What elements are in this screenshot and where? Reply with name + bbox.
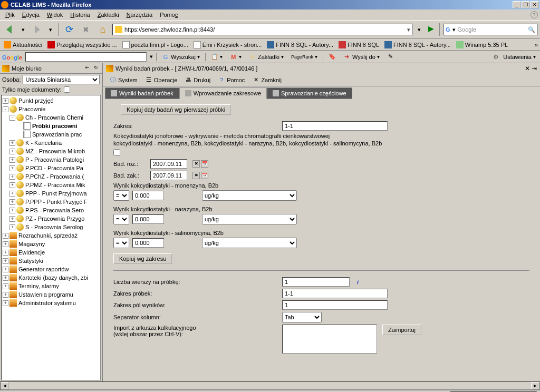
tree-toggle-icon[interactable]: - <box>3 106 8 112</box>
tree-toggle-icon[interactable]: + <box>3 241 8 247</box>
tree-item[interactable]: Sprawozdania prac <box>3 130 99 139</box>
content-expand-button[interactable]: ⇥ <box>532 65 537 72</box>
google-news-button[interactable]: 📋▾ <box>209 53 225 61</box>
import-textarea[interactable] <box>282 325 377 354</box>
search-magnify-icon[interactable]: 🔍 <box>528 26 535 33</box>
google-wyszukaj-button[interactable]: GWyszukaj ▾ <box>160 53 202 61</box>
tree-item[interactable]: +P.PMŻ - Pracownia Mik <box>3 181 99 189</box>
url-bar[interactable]: https://serwer.zhwlodz.finn.pl:8443/ ▾ <box>112 24 413 35</box>
google-highlight-button[interactable]: ✎ <box>385 53 397 61</box>
tree-item[interactable]: +P.PPP - Punkt Przyjęć F <box>3 198 99 206</box>
tree-item[interactable]: +P.PChŻ - Pracowania ( <box>3 172 99 181</box>
tree-toggle-icon[interactable]: + <box>3 275 8 281</box>
tree-item[interactable]: +Terminy, alarmy <box>3 282 99 290</box>
tylko-moje-checkbox[interactable] <box>64 86 70 93</box>
zakres-pol-input[interactable] <box>282 300 388 310</box>
google-settings-button[interactable]: Ustawienia▾ <box>501 53 538 61</box>
forward-button[interactable] <box>30 22 44 37</box>
tab-wyniki[interactable]: Wyniki badań próbek <box>105 87 179 99</box>
tree-toggle-icon[interactable]: + <box>3 233 8 239</box>
google-pagerank-button[interactable]: PageRank▾ <box>289 53 320 60</box>
separator-select[interactable]: Tab <box>282 312 322 322</box>
stop-button[interactable]: ✖ <box>79 22 93 37</box>
bookmark-finn3[interactable]: FINN 8 SQL - Autory... <box>383 41 452 49</box>
zakres-probek-input[interactable] <box>282 289 388 298</box>
forward-dropdown[interactable]: ▾ <box>46 22 55 37</box>
wynik1-unit-select[interactable]: ug/kg <box>202 190 297 201</box>
google-autolink-button[interactable]: 🔖 <box>326 53 338 61</box>
url-dropdown-icon[interactable]: ▾ <box>407 26 410 33</box>
tree-toggle-icon[interactable]: + <box>3 267 8 272</box>
google-search-input[interactable] <box>25 52 147 62</box>
tree-item[interactable]: +P.PS - Pracownia Sero <box>3 206 99 214</box>
tree-item[interactable]: +Ewidencje <box>3 248 99 257</box>
tree-item[interactable]: +P - Pracownia Patologi <box>3 155 99 164</box>
kopiuj-daty-button[interactable]: Kopiuj daty badań wg pierwszej próbki <box>121 104 231 115</box>
wynik1-value-input[interactable] <box>132 191 164 200</box>
bookmark-winamp[interactable]: Winamp 5.35 PL <box>455 41 509 49</box>
wynik2-op-select[interactable]: = <box>113 214 129 224</box>
bad-roz-input[interactable] <box>150 159 187 169</box>
tree-item[interactable]: +MŻ - Pracownia Mikrob <box>3 147 99 155</box>
tree-toggle-icon[interactable]: + <box>9 199 15 205</box>
tree-toggle-icon[interactable]: + <box>9 165 15 171</box>
tree-item[interactable]: +P.PCD - Pracownia Pa <box>3 164 99 172</box>
wynik3-value-input[interactable] <box>132 238 164 248</box>
menu-narzedzia[interactable]: Narzędzia <box>123 11 156 19</box>
url-dropdown-btn[interactable]: ▾ <box>415 22 423 37</box>
clear-date-icon[interactable]: ✖ <box>192 172 200 179</box>
tree-item[interactable]: -Ch - Pracownia Chemi <box>3 113 99 122</box>
scroll-left-icon[interactable]: ◄ <box>1 382 9 389</box>
tree-toggle-icon[interactable]: + <box>9 149 15 154</box>
tree-item[interactable]: +PPP - Punkt Przyjmowa <box>3 189 99 198</box>
tree-item[interactable]: +K - Kancelaria <box>3 139 99 147</box>
toolbar-pomoc[interactable]: ?Pomoc <box>215 75 248 85</box>
wynik3-unit-select[interactable]: ug/kg <box>202 238 297 248</box>
wynik3-op-select[interactable]: = <box>113 238 129 248</box>
bookmark-emi[interactable]: Emi i Krzysiek - stron... <box>192 41 263 49</box>
google-bookmarks-button[interactable]: ☆Zakładki▾ <box>247 53 286 61</box>
bad-zak-input[interactable] <box>150 171 187 180</box>
bookmark-przegladaj[interactable]: Przeglądaj wszystkie ... <box>46 41 118 49</box>
tree-toggle-icon[interactable]: + <box>3 250 8 256</box>
calendar-icon[interactable]: 📅 <box>201 172 208 179</box>
tree-toggle-icon[interactable]: + <box>9 140 15 146</box>
bookmark-finn1[interactable]: FINN 8 SQL - Autory... <box>265 41 335 49</box>
content-undock-button[interactable]: ✕ <box>525 65 530 72</box>
wynik2-unit-select[interactable]: ug/kg <box>202 214 297 224</box>
toolbar-system[interactable]: ⓘSystem <box>106 75 141 85</box>
menu-widok[interactable]: Widok <box>44 11 66 19</box>
tree-item[interactable]: +S - Pracownia Serolog <box>3 223 99 231</box>
calendar-icon[interactable]: 📅 <box>201 160 208 168</box>
wynik1-op-select[interactable]: = <box>113 190 129 201</box>
tree-toggle-icon[interactable]: + <box>9 208 15 213</box>
tree-toggle-icon[interactable]: + <box>3 98 8 104</box>
kopiuj-zakres-button[interactable]: Kopiuj wg zakresu <box>113 253 172 264</box>
clear-date-icon[interactable]: ✖ <box>192 160 200 168</box>
tree-item[interactable]: +Statystyki <box>3 257 99 265</box>
tree-toggle-icon[interactable]: + <box>9 174 15 180</box>
tree-item[interactable]: Próbki pracowni <box>3 122 99 130</box>
info-icon[interactable]: i <box>357 279 359 285</box>
liczba-wierszy-input[interactable] <box>282 277 350 287</box>
tree-item[interactable]: +Rozrachunki, sprzedaż <box>3 231 99 240</box>
google-input-dropdown[interactable]: ▾ <box>150 53 153 60</box>
zakres-input[interactable] <box>282 121 388 131</box>
tree-toggle-icon[interactable]: + <box>9 182 15 188</box>
search-bar[interactable]: G▾ Google 🔍 <box>443 24 538 35</box>
tree-item[interactable]: +Generator raportów <box>3 265 99 273</box>
back-button[interactable] <box>2 22 17 37</box>
tree-toggle-icon[interactable]: + <box>3 300 8 306</box>
osoba-select[interactable]: Urszula Siniarska <box>23 75 100 84</box>
bookmark-poczta[interactable]: poczta.finn.pl - Logo... <box>121 41 190 49</box>
bookmark-aktualnosci[interactable]: Aktualności <box>2 41 44 49</box>
minimize-button[interactable]: _ <box>513 1 521 8</box>
sidebar-collapse-button[interactable]: ⇤ <box>84 65 91 72</box>
menu-zakladki[interactable]: Zakładki <box>94 11 122 19</box>
wynik2-value-input[interactable] <box>132 214 164 224</box>
menu-plik[interactable]: Plik <box>2 11 18 19</box>
toolbar-operacje[interactable]: ☰Operacje <box>142 75 181 85</box>
tree-toggle-icon[interactable]: + <box>3 283 8 289</box>
tree-item[interactable]: +Ustawienia programu <box>3 290 99 299</box>
tab-sprawozdanie[interactable]: Sprawozdanie częściowe <box>267 87 352 99</box>
